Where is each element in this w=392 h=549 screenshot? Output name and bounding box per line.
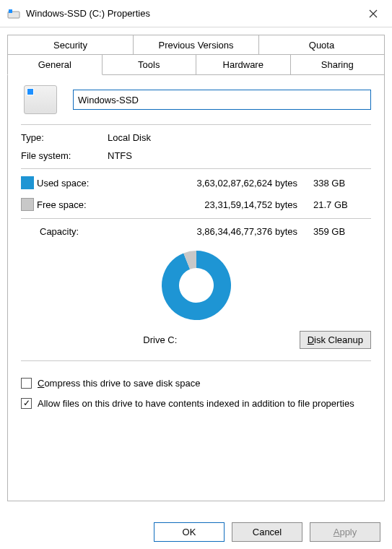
tab-quota[interactable]: Quota: [259, 35, 385, 55]
cancel-button[interactable]: Cancel: [232, 522, 302, 542]
filesystem-label: File system:: [21, 150, 108, 161]
svg-rect-1: [9, 9, 12, 13]
index-label: Allow files on this drive to have conten…: [38, 397, 354, 410]
separator: [21, 360, 371, 361]
tabs: Security Previous Versions Quota General…: [7, 35, 385, 75]
capacity-gb: 359 GB: [313, 226, 371, 237]
drive-letter-label: Drive C:: [21, 334, 300, 345]
ok-button[interactable]: OK: [154, 522, 225, 542]
index-checkbox[interactable]: [21, 398, 32, 409]
separator: [21, 124, 371, 125]
compress-checkbox-row[interactable]: Compress this drive to save disk space: [21, 377, 371, 390]
drive-large-icon: [24, 85, 57, 114]
apply-button[interactable]: Apply: [310, 522, 380, 542]
tab-tools[interactable]: Tools: [103, 54, 197, 75]
tab-hardware[interactable]: Hardware: [196, 54, 291, 75]
disk-cleanup-button[interactable]: Disk Cleanup: [300, 331, 371, 349]
separator: [21, 168, 371, 169]
usage-donut-chart: [21, 243, 371, 328]
tab-security[interactable]: Security: [7, 35, 134, 55]
general-panel: Type: Local Disk File system: NTFS Used …: [7, 75, 385, 501]
capacity-bytes: 3,86,34,46,77,376 bytes: [109, 226, 313, 237]
free-gb: 21.7 GB: [313, 199, 371, 210]
used-gb: 338 GB: [313, 178, 371, 189]
index-checkbox-row[interactable]: Allow files on this drive to have conten…: [21, 397, 371, 410]
used-label: Used space:: [37, 178, 109, 189]
type-value: Local Disk: [108, 132, 371, 143]
used-swatch-icon: [21, 176, 34, 189]
dialog-buttons: OK Cancel Apply: [0, 522, 392, 542]
type-label: Type:: [21, 132, 108, 143]
tab-general[interactable]: General: [7, 54, 103, 75]
compress-label: Compress this drive to save disk space: [38, 377, 200, 390]
drive-name-input[interactable]: [73, 90, 371, 110]
titlebar: Windows-SSD (C:) Properties: [0, 0, 392, 27]
filesystem-value: NTFS: [108, 150, 371, 161]
tab-sharing[interactable]: Sharing: [291, 54, 386, 75]
compress-checkbox[interactable]: [21, 378, 32, 389]
close-button[interactable]: [359, 3, 388, 25]
capacity-label: Capacity:: [21, 226, 109, 237]
used-bytes: 3,63,02,87,62,624 bytes: [109, 178, 313, 189]
free-bytes: 23,31,59,14,752 bytes: [109, 199, 313, 210]
free-label: Free space:: [37, 199, 109, 210]
drive-icon: [7, 7, 20, 20]
window-title: Windows-SSD (C:) Properties: [26, 8, 359, 19]
free-swatch-icon: [21, 198, 34, 211]
separator: [21, 218, 371, 219]
tab-previous-versions[interactable]: Previous Versions: [134, 35, 259, 55]
